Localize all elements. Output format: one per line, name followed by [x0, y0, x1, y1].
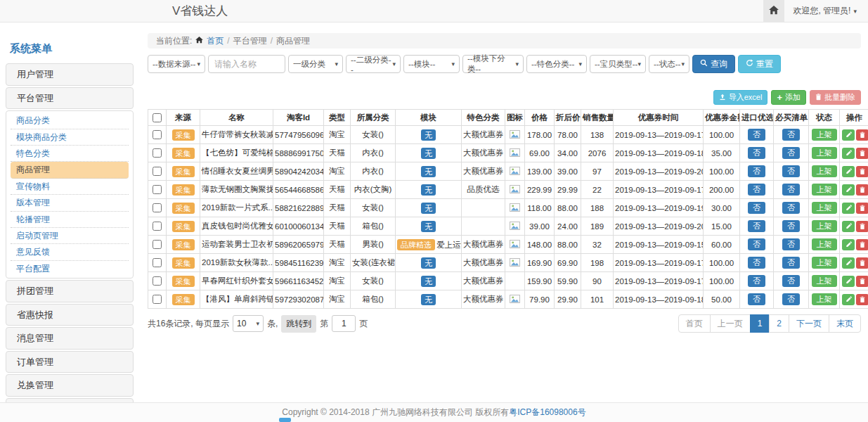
- status-button[interactable]: 上架: [812, 202, 837, 214]
- add-button[interactable]: + 添加: [771, 90, 806, 105]
- row-checkbox[interactable]: [153, 240, 162, 249]
- row-checkbox[interactable]: [153, 203, 162, 212]
- must-buy-toggle[interactable]: 否: [782, 202, 800, 214]
- sidebar-submenu-item[interactable]: 商品管理: [11, 162, 129, 178]
- import-select-toggle[interactable]: 否: [748, 147, 765, 159]
- sidebar-group-item[interactable]: 用户管理: [6, 63, 134, 86]
- delete-button[interactable]: [856, 129, 868, 141]
- status-button[interactable]: 上架: [812, 220, 837, 232]
- pager-item[interactable]: 下一页: [789, 314, 829, 333]
- batch-delete-button[interactable]: 批量删除: [810, 90, 861, 105]
- status-button[interactable]: 上架: [812, 238, 837, 250]
- sidebar-submenu-item[interactable]: 意见反馈: [11, 244, 129, 260]
- delete-button[interactable]: [856, 184, 868, 196]
- sidebar-group-item[interactable]: 平台管理: [6, 87, 134, 110]
- edit-button[interactable]: [842, 276, 855, 287]
- icp-link[interactable]: 粤ICP备16098006号: [509, 407, 585, 418]
- jump-page-input[interactable]: [332, 315, 356, 332]
- status-select[interactable]: --状态--▾: [649, 55, 689, 73]
- must-buy-toggle[interactable]: 否: [782, 220, 800, 232]
- edit-button[interactable]: [842, 166, 855, 177]
- edit-button[interactable]: [842, 257, 855, 269]
- must-buy-toggle[interactable]: 否: [782, 165, 800, 177]
- reset-button[interactable]: 重置: [738, 55, 781, 73]
- status-button[interactable]: 上架: [812, 184, 837, 196]
- per-page-select[interactable]: 10 ▾: [233, 315, 264, 332]
- item-type-select[interactable]: --宝贝类型--▾: [590, 55, 646, 73]
- import-select-toggle[interactable]: 否: [748, 275, 765, 287]
- pager-item[interactable]: 上一页: [710, 314, 751, 333]
- import-select-toggle[interactable]: 否: [748, 293, 765, 305]
- import-select-toggle[interactable]: 否: [748, 257, 765, 269]
- must-buy-toggle[interactable]: 否: [782, 238, 800, 250]
- status-button[interactable]: 上架: [812, 257, 837, 269]
- sidebar-group-item[interactable]: 兑换管理: [6, 374, 134, 397]
- status-button[interactable]: 上架: [812, 147, 837, 159]
- sidebar-submenu-item[interactable]: 启动页管理: [11, 228, 129, 244]
- level1-category-select[interactable]: 一级分类▾: [288, 55, 343, 73]
- edit-button[interactable]: [842, 294, 855, 305]
- edit-button[interactable]: [842, 148, 855, 159]
- sidebar-submenu-item[interactable]: 轮播管理: [11, 212, 129, 228]
- select-all-checkbox[interactable]: [153, 113, 162, 122]
- row-checkbox[interactable]: [153, 276, 162, 286]
- edit-button[interactable]: [842, 184, 855, 196]
- import-select-toggle[interactable]: 否: [748, 238, 765, 250]
- import-select-toggle[interactable]: 否: [748, 129, 765, 141]
- pager-item[interactable]: 末页: [829, 314, 861, 333]
- sidebar-submenu-item[interactable]: 宣传物料: [11, 179, 129, 195]
- import-select-toggle[interactable]: 否: [748, 165, 765, 177]
- must-buy-toggle[interactable]: 否: [782, 184, 800, 196]
- module-subcategory-select[interactable]: --模块下分类--▾: [462, 55, 524, 73]
- import-select-toggle[interactable]: 否: [748, 220, 765, 232]
- sidebar-submenu-item[interactable]: 特色分类: [11, 146, 129, 162]
- import-select-toggle[interactable]: 否: [748, 202, 765, 214]
- jump-button[interactable]: 跳转到: [281, 315, 316, 333]
- edit-button[interactable]: [842, 203, 855, 214]
- edit-button[interactable]: [842, 221, 855, 232]
- delete-button[interactable]: [856, 166, 868, 177]
- sidebar-submenu-item[interactable]: 平台配置: [11, 261, 129, 276]
- delete-button[interactable]: [856, 294, 868, 305]
- delete-button[interactable]: [856, 148, 868, 159]
- status-button[interactable]: 上架: [812, 293, 837, 305]
- row-checkbox[interactable]: [153, 148, 162, 158]
- sidebar-submenu-item[interactable]: 商品分类: [11, 113, 129, 129]
- import-select-toggle[interactable]: 否: [748, 184, 765, 196]
- delete-button[interactable]: [856, 276, 868, 287]
- sidebar-submenu-item[interactable]: 版本管理: [11, 195, 129, 211]
- edit-button[interactable]: [842, 129, 855, 141]
- sidebar-group-item[interactable]: 消息管理: [6, 327, 134, 350]
- status-button[interactable]: 上架: [812, 165, 837, 177]
- feature-category-select[interactable]: --特色分类--▾: [526, 55, 587, 73]
- row-checkbox[interactable]: [153, 167, 162, 176]
- sidebar-group-item[interactable]: 拼团管理: [6, 280, 134, 302]
- module-select[interactable]: --模块--▾: [403, 55, 460, 73]
- sidebar-submenu-item[interactable]: 模块商品分类: [11, 129, 129, 146]
- breadcrumb-home-link[interactable]: 首页: [207, 35, 224, 47]
- must-buy-toggle[interactable]: 否: [782, 275, 800, 287]
- must-buy-toggle[interactable]: 否: [782, 293, 800, 305]
- pager-item[interactable]: 1: [750, 314, 770, 333]
- must-buy-toggle[interactable]: 否: [782, 147, 800, 159]
- name-input[interactable]: [208, 55, 285, 73]
- data-source-select[interactable]: --数据来源--▾: [148, 55, 205, 73]
- pager-item[interactable]: 首页: [678, 314, 711, 333]
- edit-button[interactable]: [842, 239, 855, 250]
- user-menu[interactable]: 欢迎您, 管理员! ▾: [793, 5, 857, 17]
- must-buy-toggle[interactable]: 否: [782, 129, 800, 141]
- level2-category-select[interactable]: --二级分类--▾: [346, 55, 401, 73]
- status-button[interactable]: 上架: [812, 129, 837, 141]
- row-checkbox[interactable]: [153, 295, 162, 304]
- row-checkbox[interactable]: [153, 185, 162, 194]
- sidebar-group-item[interactable]: 省惠快报: [6, 304, 134, 326]
- row-checkbox[interactable]: [153, 222, 162, 231]
- home-button[interactable]: [763, 0, 784, 22]
- import-excel-button[interactable]: 导入excel: [713, 90, 768, 105]
- sidebar-group-item[interactable]: 订单管理: [6, 351, 134, 373]
- delete-button[interactable]: [856, 203, 868, 214]
- delete-button[interactable]: [856, 257, 868, 269]
- row-checkbox[interactable]: [153, 258, 162, 267]
- delete-button[interactable]: [856, 221, 868, 232]
- status-button[interactable]: 上架: [812, 275, 837, 287]
